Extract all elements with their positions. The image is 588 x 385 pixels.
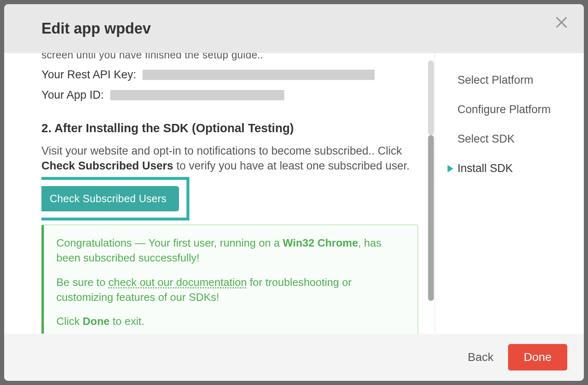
scrollbar[interactable] [428,61,434,301]
step-select-platform[interactable]: Select Platform [443,65,576,95]
step-configure-platform[interactable]: Configure Platform [443,95,576,124]
section-2-text-part1: Visit your website and opt-in to notific… [41,145,402,157]
truncated-text: screen until you have finished the setup… [41,53,418,61]
success-message-box: Congratulations — Your first user, runni… [41,225,418,334]
close-button[interactable] [554,15,569,32]
section-2-text-part2: to verify you have at least one subscrib… [173,160,409,172]
check-subscribed-users-button[interactable]: Check Subscribed Users [41,186,179,211]
scroll-area[interactable]: screen until you have finished the setup… [41,53,435,334]
section-2-text: Visit your website and opt-in to notific… [41,143,418,174]
modal-header: Edit app wpdev [4,4,584,53]
scrollbar-thumb[interactable] [428,135,434,301]
edit-app-modal: Edit app wpdev screen until you have fin… [4,4,584,381]
step-select-sdk[interactable]: Select SDK [443,124,576,154]
success-line-1: Congratulations — Your first user, runni… [56,235,405,266]
success-done-word: Done [83,315,110,327]
step-label: Select Platform [457,74,533,87]
success-line-3: Click Done to exit. [56,314,405,329]
api-key-label: Your Rest API Key: [41,68,136,81]
highlight-box: Check Subscribed Users [41,177,189,220]
section-2-heading: 2. After Installing the SDK (Optional Te… [41,121,418,135]
modal-body: screen until you have finished the setup… [4,53,584,334]
done-button[interactable]: Done [508,344,567,370]
caret-right-icon [448,165,453,172]
api-key-row: Your Rest API Key: [41,68,418,81]
back-button[interactable]: Back [468,351,494,364]
step-label: Select SDK [457,133,515,145]
app-id-row: Your App ID: [41,89,418,102]
step-install-sdk[interactable]: Install SDK [443,154,576,183]
main-content: screen until you have finished the setup… [4,53,435,334]
close-icon [554,15,569,30]
scrollbar-track-bg [428,61,434,135]
success-platform: Win32 Chrome [283,237,358,249]
app-id-label: Your App ID: [41,89,104,102]
step-label: Configure Platform [457,103,551,116]
section-2-text-bold: Check Subscribed Users [41,160,173,172]
documentation-link[interactable]: check out our documentation [109,276,247,288]
modal-footer: Back Done [4,334,584,381]
step-label: Install SDK [457,162,513,175]
success-line-2: Be sure to check out our documentation f… [56,275,405,305]
app-id-value-redacted [110,90,284,100]
modal-title: Edit app wpdev [41,20,547,37]
api-key-value-redacted [143,70,375,80]
steps-sidebar: Select Platform Configure Platform Selec… [435,53,584,334]
